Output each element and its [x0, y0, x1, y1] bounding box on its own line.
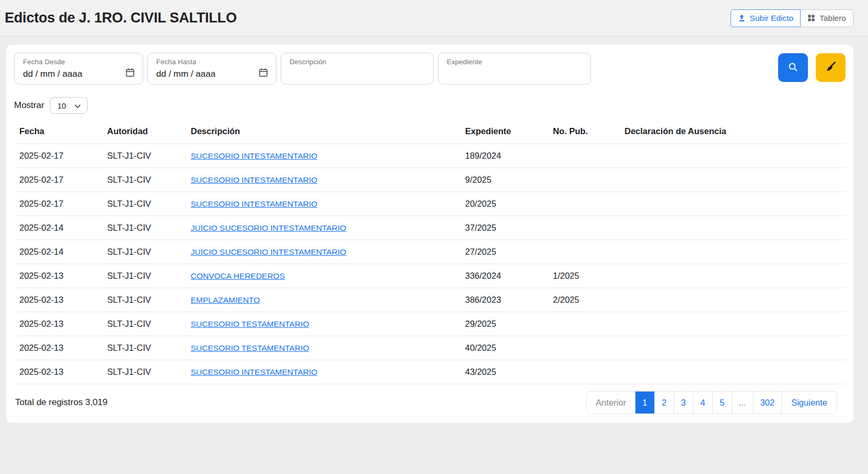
cell-expediente: 189/2024 — [465, 144, 553, 168]
table-row: 2025-02-17SLT-J1-CIVSUCESORIO INTESTAMEN… — [14, 168, 846, 192]
table-row: 2025-02-13SLT-J1-CIVCONVOCA HEREDEROS336… — [14, 264, 846, 288]
descripcion-link[interactable]: SUCESORIO INTESTAMENTARIO — [191, 199, 317, 208]
pagination-ellipsis: ... — [732, 392, 753, 413]
cell-no-pub — [553, 216, 624, 240]
cell-no-pub — [553, 312, 624, 336]
expediente-placeholder: Expediente — [447, 58, 583, 66]
descripcion-input[interactable]: Descripción — [281, 53, 434, 85]
pagination-page-302[interactable]: 302 — [753, 392, 782, 413]
descripcion-link[interactable]: SUCESORIO INTESTAMENTARIO — [191, 151, 317, 160]
cell-no-pub — [553, 240, 624, 264]
pagination-page-2[interactable]: 2 — [654, 392, 674, 413]
column-header-4: No. Pub. — [553, 120, 624, 144]
cell-fecha: 2025-02-17 — [14, 168, 107, 192]
cell-descripcion[interactable]: SUCESORIO INTESTAMENTARIO — [191, 168, 465, 192]
column-header-2: Descripción — [191, 120, 465, 144]
calendar-icon[interactable] — [125, 67, 135, 80]
pagination-page-5[interactable]: 5 — [712, 392, 732, 413]
pagination-page-4[interactable]: 4 — [693, 392, 712, 413]
page-size-label: Mostrar — [14, 100, 44, 111]
cell-descripcion[interactable]: SUCESORIO TESTAMENTARIO — [191, 336, 465, 360]
cell-declaracion — [624, 168, 846, 192]
cell-autoridad: SLT-J1-CIV — [107, 264, 191, 288]
table-row: 2025-02-13SLT-J1-CIVSUCESORIO INTESTAMEN… — [14, 360, 846, 384]
table-row: 2025-02-17SLT-J1-CIVSUCESORIO INTESTAMEN… — [14, 192, 846, 216]
cell-fecha: 2025-02-17 — [14, 144, 107, 168]
cell-descripcion[interactable]: SUCESORIO INTESTAMENTARIO — [191, 144, 465, 168]
descripcion-link[interactable]: EMPLAZAMIENTO — [191, 295, 260, 304]
cell-descripcion[interactable]: JUICIO SUCESORIO INTESTAMENTARIO — [191, 240, 465, 264]
cell-descripcion[interactable]: SUCESORIO INTESTAMENTARIO — [191, 360, 465, 384]
chevron-down-icon — [74, 101, 81, 110]
subir-edicto-button[interactable]: Subir Edicto — [731, 9, 801, 27]
cell-declaracion — [624, 216, 846, 240]
descripcion-placeholder: Descripción — [290, 58, 426, 66]
calendar-icon[interactable] — [258, 67, 269, 80]
descripcion-link[interactable]: CONVOCA HEREDEROS — [191, 271, 285, 280]
cell-declaracion — [624, 144, 846, 168]
pagination-prev[interactable]: Anterior — [587, 392, 635, 413]
fecha-desde-input[interactable]: Fecha Desde dd / mm / aaaa — [14, 53, 143, 85]
fecha-hasta-label: Fecha Hasta — [156, 58, 269, 66]
fecha-hasta-value: dd / mm / aaaa — [156, 69, 215, 79]
table-body: 2025-02-17SLT-J1-CIVSUCESORIO INTESTAMEN… — [14, 144, 846, 384]
cell-expediente: 43/2025 — [465, 360, 553, 384]
cell-declaracion — [624, 288, 846, 312]
cell-descripcion[interactable]: SUCESORIO INTESTAMENTARIO — [191, 192, 465, 216]
cell-declaracion — [624, 360, 846, 384]
tablero-button[interactable]: Tablero — [801, 9, 853, 27]
pagination-next[interactable]: Siguiente — [781, 392, 837, 413]
cell-fecha: 2025-02-13 — [14, 288, 107, 312]
header-actions: Subir Edicto Tablero — [731, 9, 853, 27]
edictos-card: Fecha Desde dd / mm / aaaa Fecha Hasta d… — [6, 45, 853, 423]
cell-no-pub — [553, 168, 624, 192]
cell-no-pub: 2/2025 — [553, 288, 624, 312]
page-size-value: 10 — [57, 101, 66, 110]
cell-descripcion[interactable]: CONVOCA HEREDEROS — [191, 264, 465, 288]
cell-declaracion — [624, 192, 846, 216]
fecha-hasta-input[interactable]: Fecha Hasta dd / mm / aaaa — [147, 53, 276, 85]
pagination-page-3[interactable]: 3 — [674, 392, 693, 413]
column-header-5: Declaración de Ausencia — [624, 120, 846, 144]
filter-bar: Fecha Desde dd / mm / aaaa Fecha Hasta d… — [14, 53, 846, 85]
cell-descripcion[interactable]: JUICIO SUCESORIO INTESTAMENTARIO — [191, 216, 465, 240]
cell-declaracion — [624, 312, 846, 336]
table-row: 2025-02-13SLT-J1-CIVEMPLAZAMIENTO386/202… — [14, 288, 846, 312]
descripcion-link[interactable]: SUCESORIO INTESTAMENTARIO — [191, 368, 317, 376]
fecha-desde-label: Fecha Desde — [23, 58, 135, 66]
subir-edicto-label: Subir Edicto — [750, 14, 794, 23]
cell-descripcion[interactable]: SUCESORIO TESTAMENTARIO — [191, 312, 465, 336]
expediente-input[interactable]: Expediente — [438, 53, 591, 85]
descripcion-link[interactable]: SUCESORIO INTESTAMENTARIO — [191, 175, 317, 184]
descripcion-link[interactable]: JUICIO SUCESORIO INTESTAMENTARIO — [191, 223, 346, 232]
cell-autoridad: SLT-J1-CIV — [107, 216, 191, 240]
cell-declaracion — [624, 240, 846, 264]
pagination-page-1[interactable]: 1 — [635, 392, 654, 413]
search-button[interactable] — [778, 53, 808, 82]
clear-filters-button[interactable] — [816, 53, 846, 82]
column-header-1: Autoridad — [107, 120, 191, 144]
cell-autoridad: SLT-J1-CIV — [107, 360, 191, 384]
cell-autoridad: SLT-J1-CIV — [107, 192, 191, 216]
cell-fecha: 2025-02-13 — [14, 264, 107, 288]
cell-expediente: 27/2025 — [465, 240, 553, 264]
cell-fecha: 2025-02-14 — [14, 216, 107, 240]
cell-autoridad: SLT-J1-CIV — [107, 144, 191, 168]
grid-icon — [807, 14, 815, 22]
cell-expediente: 37/2025 — [465, 216, 553, 240]
cell-fecha: 2025-02-13 — [14, 312, 107, 336]
descripcion-link[interactable]: JUICIO SUCESORIO INTESTAMENTARIO — [191, 247, 346, 256]
page-size-select[interactable]: 10 — [50, 97, 88, 114]
cell-autoridad: SLT-J1-CIV — [107, 336, 191, 360]
topbar: Edictos de J. 1RO. CIVIL SALTILLO Subir … — [0, 0, 868, 37]
page-size-row: Mostrar 10 — [14, 97, 846, 114]
descripcion-link[interactable]: SUCESORIO TESTAMENTARIO — [191, 319, 309, 328]
upload-icon — [738, 14, 746, 22]
cell-descripcion[interactable]: EMPLAZAMIENTO — [191, 288, 465, 312]
cell-autoridad: SLT-J1-CIV — [107, 312, 191, 336]
descripcion-link[interactable]: SUCESORIO TESTAMENTARIO — [191, 343, 309, 352]
cell-fecha: 2025-02-13 — [14, 336, 107, 360]
cell-no-pub — [553, 336, 624, 360]
column-header-3: Expediente — [465, 120, 553, 144]
cell-expediente: 29/2025 — [465, 312, 553, 336]
